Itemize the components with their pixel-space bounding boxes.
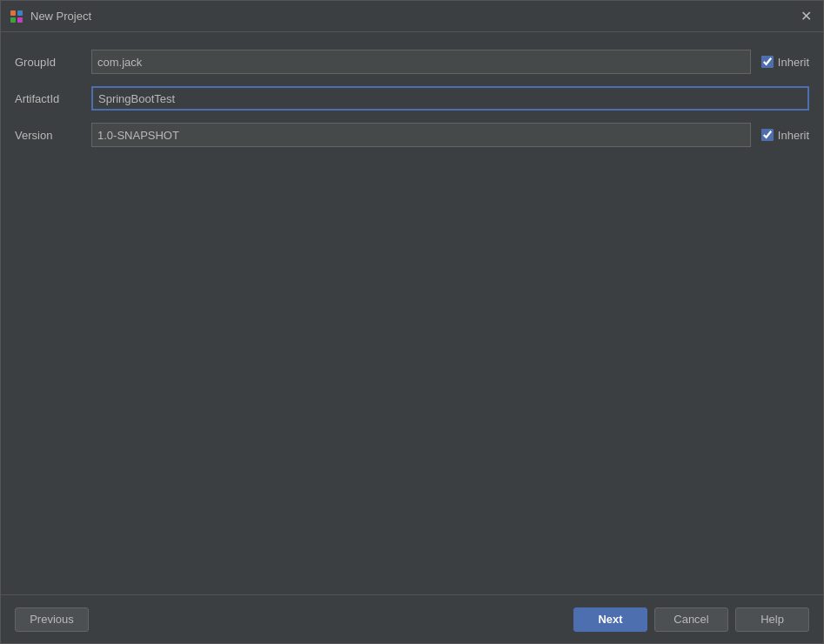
groupid-inherit-label: Inherit (778, 56, 809, 69)
groupid-inherit-checkbox[interactable] (761, 56, 774, 68)
version-inherit-label: Inherit (778, 129, 809, 142)
help-button[interactable]: Help (735, 607, 809, 632)
version-row: Version Inherit (15, 123, 809, 147)
footer-right: Next Cancel Help (573, 607, 809, 632)
close-button[interactable]: ✕ (797, 8, 814, 25)
version-inherit-checkbox[interactable] (761, 129, 774, 141)
version-input[interactable] (91, 123, 751, 147)
groupid-label: GroupId (15, 56, 84, 69)
dialog-title: New Project (30, 10, 91, 23)
svg-rect-2 (10, 17, 16, 23)
artifactid-input[interactable] (91, 86, 809, 111)
version-label: Version (15, 129, 84, 142)
version-inherit-container: Inherit (761, 129, 809, 142)
groupid-input[interactable] (91, 50, 751, 74)
footer: Previous Next Cancel Help (1, 594, 823, 643)
svg-rect-3 (17, 17, 23, 23)
footer-left: Previous (15, 607, 566, 632)
app-icon (10, 10, 23, 23)
content-area: GroupId Inherit ArtifactId Version Inher… (1, 32, 823, 594)
new-project-dialog: New Project ✕ GroupId Inherit ArtifactId… (0, 0, 824, 644)
next-button[interactable]: Next (573, 607, 647, 632)
title-bar: New Project ✕ (1, 1, 823, 32)
svg-rect-1 (17, 10, 23, 16)
svg-rect-0 (10, 10, 16, 16)
artifactid-row: ArtifactId (15, 86, 809, 111)
previous-button[interactable]: Previous (15, 607, 89, 632)
groupid-row: GroupId Inherit (15, 50, 809, 74)
groupid-inherit-container: Inherit (761, 56, 809, 69)
artifactid-label: ArtifactId (15, 92, 84, 105)
cancel-button[interactable]: Cancel (654, 607, 728, 632)
title-bar-left: New Project (10, 10, 91, 23)
